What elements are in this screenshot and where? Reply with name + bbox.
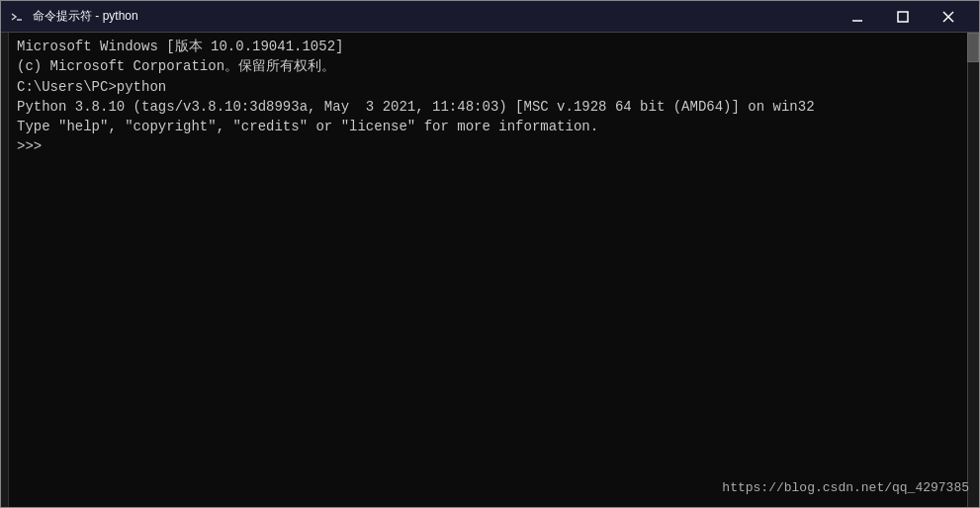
maximize-button[interactable] — [880, 1, 926, 33]
cmd-window: 命令提示符 - python Micr — [0, 0, 980, 508]
title-bar: 命令提示符 - python — [1, 1, 979, 33]
scrollbar[interactable] — [967, 33, 979, 507]
title-bar-left: 命令提示符 - python — [9, 8, 138, 25]
window-controls — [835, 1, 971, 33]
terminal-content: Microsoft Windows [版本 10.0.19041.1052] (… — [7, 37, 973, 157]
scrollbar-thumb[interactable] — [967, 33, 979, 62]
terminal-body[interactable]: Microsoft Windows [版本 10.0.19041.1052] (… — [1, 33, 979, 507]
terminal-line-6: Type "help", "copyright", "credits" or "… — [17, 117, 973, 136]
terminal-prompt: >>> — [17, 136, 973, 156]
terminal-line-2: (c) Microsoft Corporation。保留所有权利。 — [17, 56, 973, 76]
window-title: 命令提示符 - python — [33, 8, 138, 25]
close-button[interactable] — [926, 1, 971, 33]
svg-rect-3 — [898, 12, 908, 22]
terminal-line-4: C:\Users\PC>python — [17, 77, 973, 97]
watermark: https://blog.csdn.net/qq_4297385 — [722, 478, 969, 498]
left-scrollbar — [1, 33, 9, 507]
terminal-line-1: Microsoft Windows [版本 10.0.19041.1052] — [17, 37, 973, 56]
minimize-button[interactable] — [835, 1, 880, 33]
terminal-line-5: Python 3.8.10 (tags/v3.8.10:3d8993a, May… — [17, 97, 973, 117]
cmd-icon — [9, 9, 25, 25]
